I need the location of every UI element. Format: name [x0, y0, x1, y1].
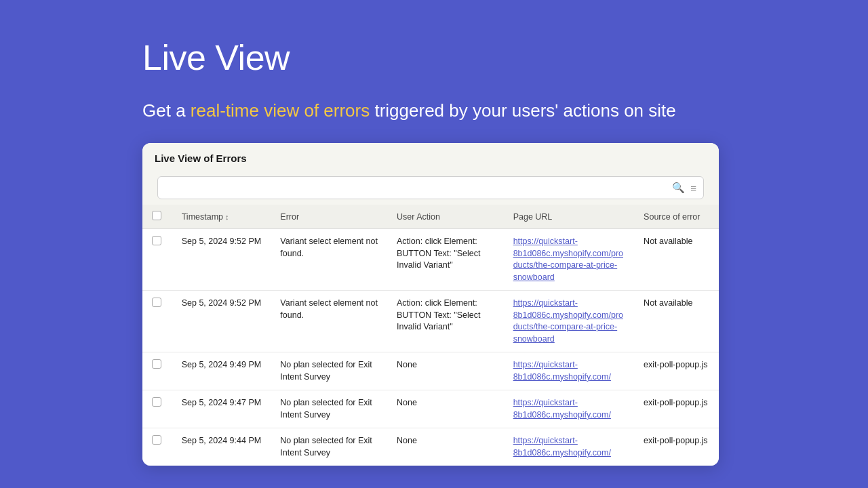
header-timestamp[interactable]: Timestamp ↕ — [172, 205, 271, 229]
page-container: Live View Get a real-time view of errors… — [0, 0, 868, 488]
row-page-url[interactable]: https://quickstart-8b1d086c.myshopify.co… — [504, 428, 634, 466]
row-timestamp: Sep 5, 2024 9:52 PM — [172, 291, 271, 352]
row-error: Variant select element not found. — [271, 229, 387, 291]
page-url-link[interactable]: https://quickstart-8b1d086c.myshopify.co… — [513, 436, 611, 458]
row-checkbox[interactable] — [152, 435, 161, 445]
row-user-action: Action: click Element: BUTTON Text: "Sel… — [387, 291, 504, 352]
row-timestamp: Sep 5, 2024 9:49 PM — [172, 352, 271, 390]
row-checkbox[interactable] — [152, 397, 161, 407]
table-title: Live View of Errors — [155, 152, 707, 171]
header-page-url: Page URL — [504, 205, 634, 229]
row-timestamp: Sep 5, 2024 9:52 PM — [172, 229, 271, 291]
table-row: Sep 5, 2024 9:52 PMVariant select elemen… — [142, 229, 719, 291]
search-row: 🔍 ≡ — [155, 171, 707, 205]
row-source: Not available — [634, 229, 719, 291]
header-source: Source of error — [634, 205, 719, 229]
filter-icon: ≡ — [690, 182, 696, 194]
table-row: Sep 5, 2024 9:49 PMNo plan selected for … — [142, 352, 719, 390]
error-table-container: Live View of Errors 🔍 ≡ Timestamp — [142, 143, 719, 466]
page-url-link[interactable]: https://quickstart-8b1d086c.myshopify.co… — [513, 360, 611, 382]
row-user-action: None — [387, 428, 504, 466]
header-checkbox[interactable] — [152, 211, 161, 220]
row-user-action: None — [387, 390, 504, 428]
row-page-url[interactable]: https://quickstart-8b1d086c.myshopify.co… — [504, 352, 634, 390]
row-checkbox-cell — [142, 428, 172, 466]
search-icon: 🔍 — [672, 182, 685, 194]
row-error: No plan selected for Exit Intent Survey — [271, 352, 387, 390]
row-timestamp: Sep 5, 2024 9:47 PM — [172, 390, 271, 428]
row-source: exit-poll-popup.js — [634, 352, 719, 390]
page-url-link[interactable]: https://quickstart-8b1d086c.myshopify.co… — [513, 298, 623, 344]
subtitle-after: triggered by your users' actions on site — [370, 100, 676, 121]
row-user-action: Action: click Element: BUTTON Text: "Sel… — [387, 229, 504, 291]
page-title: Live View — [142, 37, 290, 78]
row-error: No plan selected for Exit Intent Survey — [271, 390, 387, 428]
row-source: exit-poll-popup.js — [634, 428, 719, 466]
row-timestamp: Sep 5, 2024 9:44 PM — [172, 428, 271, 466]
row-checkbox[interactable] — [152, 359, 161, 369]
row-checkbox-cell — [142, 390, 172, 428]
row-checkbox[interactable] — [152, 298, 161, 307]
row-error: Variant select element not found. — [271, 291, 387, 352]
row-checkbox-cell — [142, 352, 172, 390]
header-checkbox-cell — [142, 205, 172, 229]
row-page-url[interactable]: https://quickstart-8b1d086c.myshopify.co… — [504, 229, 634, 291]
table-header-bar: Live View of Errors 🔍 ≡ — [142, 143, 719, 205]
row-page-url[interactable]: https://quickstart-8b1d086c.myshopify.co… — [504, 390, 634, 428]
table-row: Sep 5, 2024 9:47 PMNo plan selected for … — [142, 390, 719, 428]
row-checkbox-cell — [142, 291, 172, 352]
table-row: Sep 5, 2024 9:44 PMNo plan selected for … — [142, 428, 719, 466]
page-subtitle: Get a real-time view of errors triggered… — [142, 98, 676, 123]
row-error: No plan selected for Exit Intent Survey — [271, 428, 387, 466]
subtitle-before: Get a — [142, 100, 191, 121]
table-header-row: Timestamp ↕ Error User Action Page URL S… — [142, 205, 719, 229]
row-page-url[interactable]: https://quickstart-8b1d086c.myshopify.co… — [504, 291, 634, 352]
errors-table: Timestamp ↕ Error User Action Page URL S… — [142, 205, 719, 466]
table-row: Sep 5, 2024 9:52 PMVariant select elemen… — [142, 291, 719, 352]
table-body: Sep 5, 2024 9:52 PMVariant select elemen… — [142, 229, 719, 466]
row-source: exit-poll-popup.js — [634, 390, 719, 428]
page-url-link[interactable]: https://quickstart-8b1d086c.myshopify.co… — [513, 237, 623, 282]
sort-icon: ↕ — [225, 213, 229, 221]
row-checkbox[interactable] — [152, 236, 161, 245]
search-bar[interactable]: 🔍 ≡ — [157, 176, 704, 199]
row-source: Not available — [634, 291, 719, 352]
header-user-action: User Action — [387, 205, 504, 229]
row-checkbox-cell — [142, 229, 172, 291]
row-user-action: None — [387, 352, 504, 390]
page-url-link[interactable]: https://quickstart-8b1d086c.myshopify.co… — [513, 398, 611, 420]
header-error: Error — [271, 205, 387, 229]
subtitle-highlight: real-time view of errors — [191, 100, 370, 121]
